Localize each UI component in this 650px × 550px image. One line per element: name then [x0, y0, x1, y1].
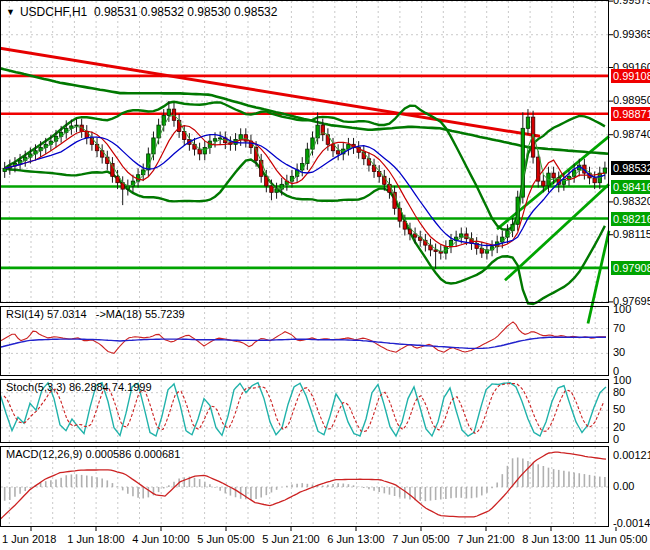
- rsi-axis-tick: 100: [613, 303, 631, 315]
- time-axis-label: 1 Jun 18:00: [67, 533, 125, 545]
- price-axis-tick: 0.99365: [613, 28, 650, 40]
- quote-ohlc: 0.98531 0.98532 0.98530 0.98532: [94, 5, 278, 19]
- stoch-axis-tick: 100: [613, 374, 631, 386]
- chart-canvas[interactable]: [0, 0, 650, 550]
- price-badge-green: 0.98416: [611, 180, 650, 194]
- price-axis-tick: 0.98740: [613, 128, 650, 140]
- rsi-label: RSI(14) 57.0314: [6, 308, 87, 320]
- symbol-dropdown-icon[interactable]: ▼: [6, 7, 15, 17]
- stoch-axis-tick: 50: [613, 403, 625, 415]
- time-axis-label: 5 Jun 21:00: [262, 533, 320, 545]
- macd-axis-tick: -0.001406: [613, 517, 650, 529]
- macd-axis-tick: 0.00121: [613, 449, 650, 461]
- price-badge-green: 0.98216: [611, 212, 650, 226]
- rsi-ma-label: ->MA(18) 55.7239: [96, 308, 185, 320]
- price-axis-tick: 0.99575: [613, 0, 650, 6]
- stoch-axis-tick: 0: [613, 433, 619, 445]
- time-axis-label: 11 Jun 05:00: [585, 533, 648, 545]
- rsi-axis-tick: 70: [613, 322, 625, 334]
- time-axis-label: 7 Jun 05:00: [392, 533, 450, 545]
- time-axis-label: 4 Jun 10:00: [132, 533, 190, 545]
- chart-title: ▼USDCHF,H1 0.98531 0.98532 0.98530 0.985…: [6, 5, 277, 19]
- symbol-label: USDCHF,H1: [20, 5, 87, 19]
- price-axis-tick: 0.98320: [613, 195, 650, 207]
- macd-axis-tick: 0.00: [613, 480, 634, 492]
- price-badge-red: 0.99108: [611, 69, 650, 83]
- price-axis-tick: 0.98115: [613, 228, 650, 240]
- time-axis-label: 7 Jun 21:00: [457, 533, 515, 545]
- price-badge-red: 0.98871: [611, 107, 650, 121]
- stoch-axis-tick: 20: [613, 421, 625, 433]
- time-axis-label: 1 Jun 2018: [2, 533, 56, 545]
- macd-panel-label: MACD(12,26,9) 0.000586 0.000681: [6, 448, 180, 460]
- stoch-axis-tick: 80: [613, 386, 625, 398]
- price-axis-tick: 0.98950: [613, 94, 650, 106]
- stoch-panel-label: Stoch(5,3,3) 86.2884 74.1999: [6, 381, 152, 393]
- stoch-label: Stoch(5,3,3) 86.2884 74.1999: [6, 381, 152, 393]
- macd-label: MACD(12,26,9) 0.000586 0.000681: [6, 448, 180, 460]
- price-badge-green: 0.97908: [611, 261, 650, 275]
- price-badge-black: 0.98532: [611, 161, 650, 175]
- time-axis-label: 6 Jun 13:00: [327, 533, 385, 545]
- rsi-panel-label: RSI(14) 57.0314->MA(18) 55.7239: [6, 308, 185, 320]
- time-axis-label: 8 Jun 13:00: [522, 533, 580, 545]
- time-axis-label: 5 Jun 05:00: [197, 533, 255, 545]
- trading-chart-window: ▼USDCHF,H1 0.98531 0.98532 0.98530 0.985…: [0, 0, 650, 550]
- rsi-axis-tick: 30: [613, 346, 625, 358]
